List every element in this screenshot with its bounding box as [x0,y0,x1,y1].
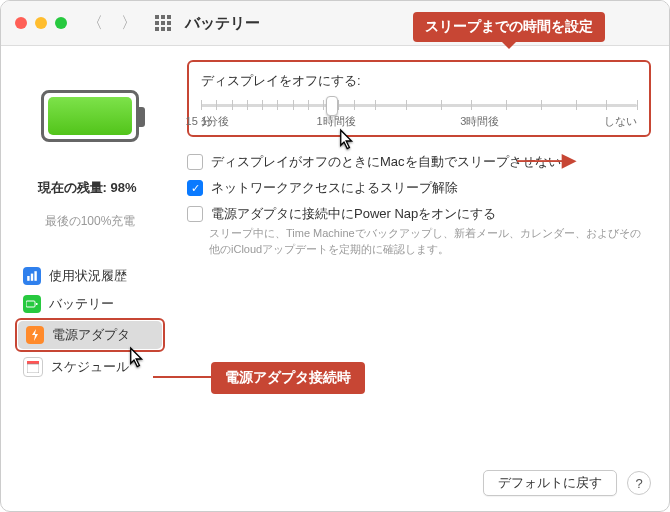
sidebar-item-label: 電源アダプタ [52,326,130,344]
battery-level: 現在の残量: 98% [26,164,155,212]
svg-rect-3 [26,301,35,307]
arrow-right-icon: ———▶ [517,149,573,171]
main-pane: スリープまでの時間を設定 ディスプレイをオフにする: 1分後 15 分 1時間後… [175,46,669,512]
svg-rect-5 [27,361,39,364]
chart-icon [23,267,41,285]
restore-defaults-button[interactable]: デフォルトに戻す [483,470,617,496]
close-icon[interactable] [15,17,27,29]
slider-thumb[interactable] [326,96,338,116]
toolbar-nav: 〈 〉 [87,13,171,34]
options-list: ディスプレイがオフのときにMacを自動でスリープさせない ネットワークアクセスに… [187,153,651,258]
sidebar-item-label: スケジュール [51,358,129,376]
annotation-sidebar-callout: 電源アダプタ接続時 [211,362,365,394]
svg-rect-4 [36,303,38,305]
window-title: バッテリー [185,14,260,33]
sidebar-nav: 使用状況履歴 バッテリー 電源アダプタ スケジュール [15,262,165,382]
sidebar: 現在の残量: 98% 最後の100%充電 使用状況履歴 バッテリー 電源アダプタ [1,46,175,512]
zoom-icon[interactable] [55,17,67,29]
forward-icon[interactable]: 〉 [121,13,137,34]
back-icon[interactable]: 〈 [87,13,103,34]
slider-label: ディスプレイをオフにする: [201,72,637,90]
svg-rect-1 [31,273,33,280]
battery-icon [41,90,139,142]
bolt-icon [26,326,44,344]
checkbox-desc: スリープ中に、Time Machineでバックアップし、新着メール、カレンダー、… [209,226,651,258]
sidebar-item-power-adapter[interactable]: 電源アダプタ [18,321,162,349]
minimize-icon[interactable] [35,17,47,29]
battery-small-icon [23,295,41,313]
window-controls [15,17,67,29]
checkbox-wake-for-network[interactable] [187,180,203,196]
battery-last-charge: 最後の100%充電 [26,212,155,230]
sidebar-item-usage-history[interactable]: 使用状況履歴 [15,262,165,290]
sidebar-item-battery[interactable]: バッテリー [15,290,165,318]
checkbox-label: 電源アダプタに接続中にPower Napをオンにする [211,205,496,223]
sidebar-item-schedule[interactable]: スケジュール [15,352,165,382]
calendar-icon [23,357,43,377]
slider-tick-labels: 1分後 15 分 1時間後 3時間後 しない [201,114,637,129]
battery-status: 現在の残量: 98% 最後の100%充電 [26,164,155,230]
svg-rect-2 [34,271,36,281]
annotation-slider-callout: スリープまでの時間を設定 [413,12,605,42]
help-button[interactable]: ? [627,471,651,495]
checkbox-label: ネットワークアクセスによるスリープ解除 [211,179,458,197]
sidebar-item-label: 使用状況履歴 [49,267,127,285]
display-off-slider[interactable] [201,100,637,110]
display-off-slider-group: ディスプレイをオフにする: 1分後 15 分 1時間後 3時間後 しない [187,60,651,137]
sidebar-item-label: バッテリー [49,295,114,313]
checkbox-label: ディスプレイがオフのときにMacを自動でスリープさせない [211,153,561,171]
show-all-icon[interactable] [155,15,171,31]
svg-rect-6 [27,364,39,373]
checkbox-power-nap[interactable] [187,206,203,222]
checkbox-prevent-sleep[interactable] [187,154,203,170]
preferences-window: 〈 〉 バッテリー 現在の残量: 98% 最後の100%充電 使用状況履歴 バッ… [0,0,670,512]
footer-actions: デフォルトに戻す ? [483,470,651,496]
annotation-connector [153,376,211,378]
svg-rect-0 [27,276,29,281]
